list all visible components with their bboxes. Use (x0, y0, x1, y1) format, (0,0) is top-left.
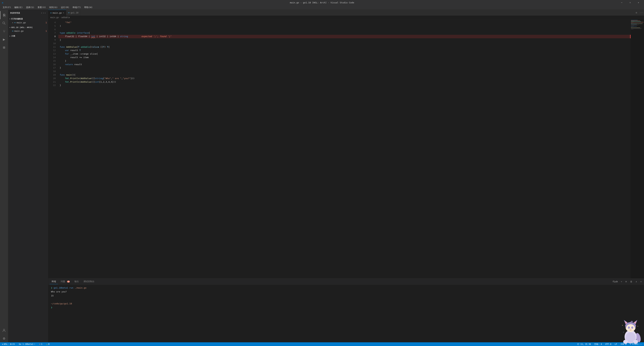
panel-tabs: 终端 问题 1 输出 调试控制台 fish + ⊞ 🗑 ∧ ✕ (48, 279, 644, 284)
menu-help[interactable]: 帮助(H) (83, 5, 94, 10)
panel-tab-debug-console[interactable]: 调试控制台 (82, 279, 96, 284)
status-encoding[interactable]: UTF-8 (604, 343, 612, 346)
terminal-content[interactable]: ❯ go1.18beta1 run ./main.go Who are you?… (48, 284, 644, 342)
status-preview[interactable]: ✎ Previ... (629, 343, 643, 346)
project-file-main-go[interactable]: ∞ main.go 1 (8, 29, 48, 33)
status-eol[interactable]: LF (614, 343, 618, 346)
status-line-col[interactable]: 行 11, 列 38 (576, 343, 592, 346)
maximize-panel-button[interactable]: ∧ (634, 280, 638, 283)
split-terminal-button[interactable]: ⊞ (624, 280, 628, 283)
activity-bar: ⎘ ⑂ ▶ ⊞ ⚙ (0, 10, 8, 342)
code-content[interactable]: "fmt" ) type addable interface { (58, 20, 630, 278)
minimize-button[interactable]: ─ (618, 0, 626, 5)
line-num-10: 10 (48, 42, 56, 45)
code-line-20: fmt . Println ( AddValue ([] string { "W… (58, 77, 630, 80)
code-line-4: "fmt" (58, 21, 630, 24)
editor-area: ∞ main.go ✕ ∞ go1.18 ⊡ ··· main.go › add… (48, 10, 644, 342)
tab-label-go118: go1.18 (70, 12, 78, 14)
terminal-line-4 (51, 298, 641, 301)
menu-view[interactable]: 查看(V) (36, 5, 47, 10)
menu-file[interactable]: 文件(F) (1, 5, 12, 10)
panel-tab-terminal[interactable]: 终端 (50, 279, 58, 284)
line-num-18: 18 (48, 70, 56, 73)
status-go-version[interactable]: Go 1.18beta1 ⑂ (18, 343, 36, 345)
panel-tab-problems[interactable]: 问题 1 (59, 279, 72, 284)
warning-icon: △ (46, 343, 48, 345)
breadcrumb-file[interactable]: main.go (50, 16, 59, 19)
project-header[interactable]: ▾ GO1.18 [WSL: ARCH] (8, 26, 48, 29)
line-num-14: 14 (48, 56, 56, 59)
account-icon[interactable] (0, 326, 8, 334)
line-num-12: 12 (48, 49, 56, 52)
split-editor-button[interactable]: ⊡ (634, 10, 639, 16)
tab-icon-go118: ∞ (68, 12, 70, 14)
code-line-13: for _,item :=range slice{ (58, 52, 630, 56)
close-button[interactable]: ✕ (634, 0, 642, 5)
menu-terminal[interactable]: 终端(T) (71, 5, 82, 10)
project-file-badge: 1 (46, 30, 47, 32)
encoding-text: UTF-8 (605, 343, 611, 345)
settings-icon[interactable]: ⚙ (0, 334, 8, 342)
code-line-16: return result (58, 63, 630, 66)
status-bar: ⇆ WSL: Arch Go 1.18beta1 ⑂ ⊗ 1 △ 0 行 11,… (0, 342, 644, 346)
menu-edit[interactable]: 编辑(E) (13, 5, 24, 10)
branch-icon: ⑂ (34, 343, 35, 345)
code-line-15: } (58, 59, 630, 63)
code-line-10 (58, 42, 630, 45)
menu-selection[interactable]: 选择(S) (25, 5, 36, 10)
status-filesize[interactable]: 338 B (620, 343, 627, 346)
status-warnings[interactable]: △ 0 (46, 343, 50, 345)
terminal-shell-name: fish (612, 280, 618, 283)
explorer-icon[interactable]: ⎘ (0, 11, 8, 19)
problems-label: 问题 (61, 280, 65, 283)
status-errors[interactable]: ⊗ 1 (38, 343, 43, 345)
line-num-22: 22 (48, 84, 56, 87)
line-num-5: 5 (48, 24, 56, 28)
window-controls: ─ ❐ ✕ (618, 0, 642, 5)
line-num-6: 6 (48, 28, 56, 31)
delete-terminal-button[interactable]: 🗑 (629, 280, 633, 283)
terminal-line-6: ❯ (51, 305, 641, 309)
sidebar: 资源管理器 ··· ▾ 打开的编辑器 ✕ ∞ main.go 1 ▾ GO1.1… (8, 10, 48, 342)
terminal-line-2: Who are you? (51, 290, 641, 294)
status-spaces[interactable]: 空格: 4 (594, 343, 602, 346)
spaces-text: 空格: 4 (594, 343, 602, 346)
close-file-icon[interactable]: ✕ (12, 22, 13, 24)
code-editor[interactable]: 4 5 6 7 8 9 10 11 12 13 14 15 16 17 18 1… (48, 20, 644, 278)
menu-goto[interactable]: 转到(G) (48, 5, 59, 10)
code-line-11: func AddValue [ T addable ]( slice [] T … (58, 45, 630, 49)
sidebar-more-button[interactable]: ··· (41, 12, 46, 15)
open-editor-badge: 1 (46, 22, 47, 24)
panel-tab-output[interactable]: 输出 (72, 279, 81, 284)
close-panel-button[interactable]: ✕ (639, 280, 643, 283)
menu-run[interactable]: 运行(R) (60, 5, 70, 10)
extensions-icon[interactable]: ⊞ (0, 43, 8, 51)
breadcrumb-symbol[interactable]: addable (62, 16, 70, 19)
line-num-19: 19 (48, 73, 56, 77)
line-num-20: 20 (48, 77, 56, 80)
tab-close-main[interactable]: ✕ (63, 12, 64, 14)
line-num-21: 21 (48, 80, 56, 84)
tab-main-go[interactable]: ∞ main.go ✕ (48, 10, 66, 16)
minimap (630, 20, 644, 278)
svg-point-2 (3, 329, 5, 330)
open-editor-main-go[interactable]: ✕ ∞ main.go 1 (8, 21, 48, 24)
line-num-17: 17 (48, 66, 56, 70)
panel-controls: fish + ⊞ 🗑 ∧ ✕ (612, 280, 643, 283)
run-debug-icon[interactable]: ▶ (0, 35, 8, 43)
more-actions-button[interactable]: ··· (639, 10, 644, 16)
open-editors-header[interactable]: ▾ 打开的编辑器 (8, 17, 48, 21)
new-terminal-button[interactable]: + (620, 280, 623, 283)
outline-header[interactable]: ▸ 大纲 (8, 34, 48, 38)
tab-go118[interactable]: ∞ go1.18 (66, 10, 81, 16)
line-col-text: 行 11, 列 38 (577, 343, 591, 346)
maximize-button[interactable]: ❐ (626, 0, 634, 5)
search-icon[interactable] (0, 19, 8, 27)
status-remote[interactable]: ⇆ WSL: Arch (1, 343, 16, 345)
open-editor-filename: main.go (16, 21, 26, 24)
window-title: main.go - go1.18 [WSL: Arch] - Visual St… (290, 1, 354, 4)
source-control-icon[interactable]: ⑂ (0, 27, 8, 35)
line-num-4: 4 (48, 21, 56, 24)
tab-bar: ∞ main.go ✕ ∞ go1.18 ⊡ ··· (48, 10, 644, 16)
project-section: ▾ GO1.18 [WSL: ARCH] ∞ main.go 1 (8, 25, 48, 34)
